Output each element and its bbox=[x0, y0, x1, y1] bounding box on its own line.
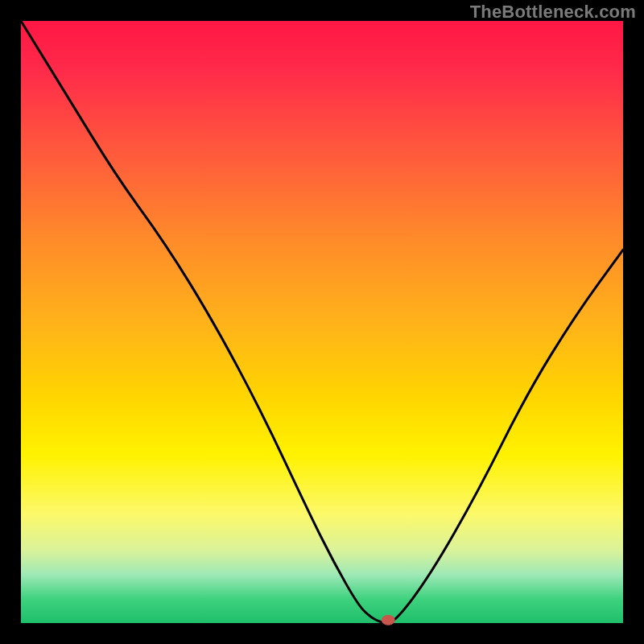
minimum-marker bbox=[382, 615, 394, 625]
chart-svg bbox=[21, 21, 623, 623]
watermark-text: TheBottleneck.com bbox=[470, 2, 636, 23]
chart-frame: TheBottleneck.com bbox=[0, 0, 644, 644]
plot-area bbox=[21, 21, 623, 623]
bottleneck-curve-line bbox=[21, 21, 623, 623]
